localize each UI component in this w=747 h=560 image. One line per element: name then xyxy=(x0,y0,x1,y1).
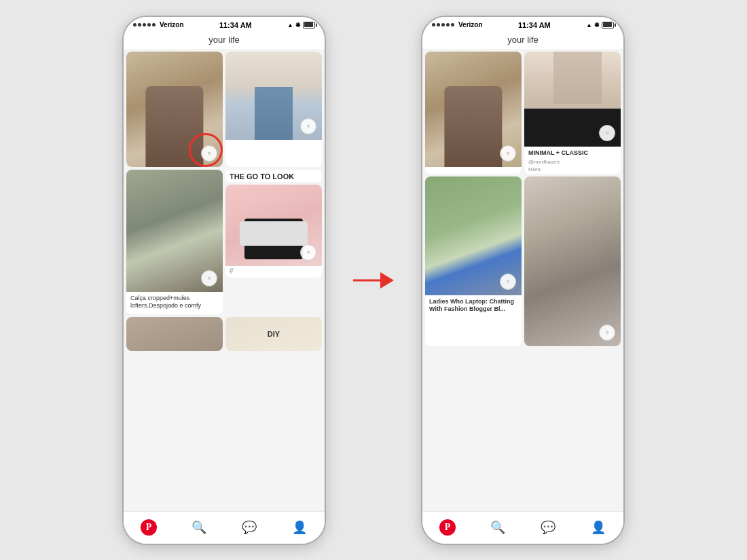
blogger-label: Ladies Who Laptop: Chatting With Fashion… xyxy=(425,295,522,318)
time-label-left: 11:34 AM xyxy=(219,21,252,29)
direction-arrow xyxy=(353,270,394,291)
wifi-icon-right: ▲ xyxy=(586,22,592,29)
minimal-coat-image: ○ xyxy=(524,52,621,147)
status-right-right: ▲ ✱ xyxy=(586,22,614,29)
nav-chat-left[interactable]: 💬 xyxy=(224,520,274,535)
pin-grid-left: ○ ○ ○ Calça cropped+mules lofters.Despoj… xyxy=(124,49,325,511)
blogger-woman-image: ○ xyxy=(425,176,522,295)
profile-icon-right[interactable]: 👤 xyxy=(591,520,606,535)
street-woman-image: ○ xyxy=(126,170,223,292)
save-button-street-outfit[interactable]: ○ xyxy=(599,324,615,341)
pin-sneakers[interactable]: ○ # xyxy=(225,185,322,278)
pin-diy: DIY xyxy=(225,317,322,351)
wifi-icon: ▲ xyxy=(287,22,293,29)
signal-dot-r3 xyxy=(441,23,445,26)
minimal-label: MINIMAL + CLASSIC xyxy=(524,147,621,159)
signal-dot-r2 xyxy=(437,23,440,26)
battery-icon-left xyxy=(303,22,315,29)
save-button-coat-left[interactable]: ○ xyxy=(201,145,217,162)
chat-icon-right[interactable]: 💬 xyxy=(541,520,555,535)
pinterest-logo-right[interactable]: P xyxy=(439,519,456,536)
page-title-left: your life xyxy=(124,32,325,49)
signal-dot-r1 xyxy=(432,23,435,26)
save-button-street[interactable]: ○ xyxy=(201,270,217,286)
battery-fill-right xyxy=(603,22,612,27)
nav-profile-left[interactable]: 👤 xyxy=(274,520,325,535)
signal-dots xyxy=(133,23,156,26)
signal-dot-2 xyxy=(138,23,141,26)
pin-coat-woman-right[interactable]: ○ xyxy=(425,52,522,174)
save-button-sneakers[interactable]: ○ xyxy=(300,244,316,261)
nav-search-right[interactable]: 🔍 xyxy=(473,520,523,535)
coat-woman-image-left: ○ xyxy=(126,52,223,167)
battery-fill xyxy=(304,22,313,27)
chat-icon-left[interactable]: 💬 xyxy=(242,520,257,535)
pinterest-logo-left[interactable]: P xyxy=(141,519,157,536)
nav-search-left[interactable]: 🔍 xyxy=(174,520,224,535)
battery-icon-right xyxy=(602,22,614,29)
nav-chat-right[interactable]: 💬 xyxy=(523,520,573,535)
signal-dot-5 xyxy=(152,23,156,26)
bottom-nav-left: P 🔍 💬 👤 xyxy=(124,511,325,544)
nav-profile-right[interactable]: 👤 xyxy=(573,520,623,535)
pin-coat-woman-left[interactable]: ○ xyxy=(126,52,223,167)
signal-dot-r4 xyxy=(446,23,450,26)
pin-jeans-woman[interactable]: ○ xyxy=(225,52,322,167)
pin-street-outfit[interactable]: ○ xyxy=(524,176,621,346)
signal-dot-r5 xyxy=(451,23,454,26)
search-icon-right[interactable]: 🔍 xyxy=(490,520,505,535)
diy-image: DIY xyxy=(225,317,322,351)
save-button-jeans[interactable]: ○ xyxy=(300,118,316,134)
sneakers-hashtag: # xyxy=(225,266,322,278)
pin-grid-right: ○ ○ MINIMAL + CLASSIC @nordhaven More ○ … xyxy=(422,49,623,511)
signal-dot-1 xyxy=(133,23,136,26)
pin-minimal-coat[interactable]: ○ MINIMAL + CLASSIC @nordhaven More xyxy=(524,52,621,174)
bluetooth-icon: ✱ xyxy=(295,22,301,29)
signal-dots-right xyxy=(432,23,454,26)
page-title-right: your life xyxy=(422,32,623,49)
bluetooth-icon-right: ✱ xyxy=(594,22,600,29)
jeans-woman-image: ○ xyxy=(225,52,322,140)
search-icon-left[interactable]: 🔍 xyxy=(192,520,206,535)
time-label-right: 11:34 AM xyxy=(518,21,551,29)
pin-blogger-woman[interactable]: ○ Ladies Who Laptop: Chatting With Fashi… xyxy=(425,176,522,346)
save-button-blogger[interactable]: ○ xyxy=(500,274,516,290)
nav-home-left[interactable]: P xyxy=(124,519,174,536)
street-outfit-image: ○ xyxy=(524,176,621,346)
status-bar-left: Verizon 11:34 AM ▲ ✱ xyxy=(124,17,325,32)
status-bar-right: Verizon 11:34 AM ▲ ✱ xyxy=(422,17,623,32)
arrow-container xyxy=(353,270,394,291)
sneakers-image: ○ xyxy=(225,185,322,266)
status-left-right: Verizon xyxy=(432,21,483,29)
minimal-more[interactable]: More xyxy=(524,166,621,174)
left-phone: Verizon 11:34 AM ▲ ✱ your life ○ ○ xyxy=(122,16,326,545)
profile-icon-left[interactable]: 👤 xyxy=(292,520,307,535)
carrier-label: Verizon xyxy=(160,21,184,29)
carrier-label-right: Verizon xyxy=(458,21,483,29)
save-button-minimal[interactable]: ○ xyxy=(599,125,615,141)
coat-woman-image-right: ○ xyxy=(425,52,522,167)
signal-dot-4 xyxy=(147,23,151,26)
pin-text-card: THE GO TO LOOK xyxy=(225,170,322,182)
status-left: Verizon xyxy=(133,21,184,29)
partial-image-left xyxy=(126,317,223,351)
bottom-nav-right: P 🔍 💬 👤 xyxy=(422,511,623,544)
status-right-left: ▲ ✱ xyxy=(287,22,315,29)
nav-home-right[interactable]: P xyxy=(422,519,473,536)
go-to-look-tag: THE GO TO LOOK xyxy=(225,170,322,182)
right-phone: Verizon 11:34 AM ▲ ✱ your life ○ ○ MINIM… xyxy=(421,16,625,545)
street-woman-label: Calça cropped+mules lofters.Despojado e … xyxy=(126,292,223,314)
minimal-sublabel: @nordhaven xyxy=(524,159,621,166)
pin-street-woman-left[interactable]: ○ Calça cropped+mules lofters.Despojado … xyxy=(126,170,223,314)
signal-dot-3 xyxy=(143,23,146,26)
pin-partial-left xyxy=(126,317,223,351)
save-button-coat-right[interactable]: ○ xyxy=(500,145,516,162)
